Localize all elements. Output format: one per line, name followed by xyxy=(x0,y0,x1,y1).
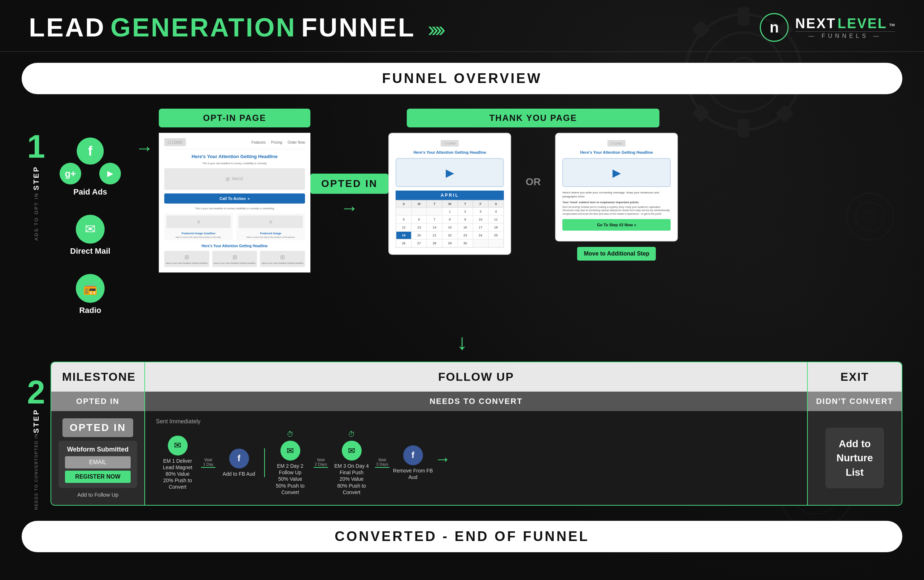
fb1-icon: f xyxy=(229,449,249,468)
cal-day-22: 22 xyxy=(442,231,458,239)
optin-image: ⊞ IMAGE xyxy=(164,168,305,190)
traffic-paid-ads: f g+ ▶ Paid Ads xyxy=(58,137,123,197)
seq-em2: ⏱ ✉ EM 2 Day 2Follow Up50% Value50% Push… xyxy=(268,430,312,496)
clock-icon-1: ⏱ xyxy=(287,430,294,438)
cta-button-mockup[interactable]: Call To Action » xyxy=(164,193,305,204)
brand-funnels: — FUNNELS — xyxy=(795,31,895,40)
cal-header-s1: S xyxy=(396,200,412,208)
em3-icon: ✉ xyxy=(342,441,362,461)
converted-bar: CONVERTED - END OF FUNNEL xyxy=(21,521,903,552)
cal-day-17: 17 xyxy=(473,223,488,231)
feature2-headline: Featured Image xyxy=(239,232,303,235)
step1-sub: ADS TO OPT IN xyxy=(34,192,39,241)
followup-sequence: ✉ EM 1 DeliverLead Magnet80% Value20% Pu… xyxy=(156,430,796,496)
image-row: ⊞ Here's your main headline Getting Head… xyxy=(164,251,305,267)
small-img-3-icon: ⊞ xyxy=(280,254,285,260)
cal-day-14: 14 xyxy=(427,223,442,231)
cal-day-19: 19 xyxy=(396,231,412,239)
fb1-label: Add to FB Aud xyxy=(223,471,255,477)
optin-page-mockup: ☐ LOGO Features Pricing Order Now Here's… xyxy=(159,133,310,272)
seq-line-3 xyxy=(375,467,389,468)
step2-container: 2 STEP OPTED IN NEEDS TO CONVERT MILESTO… xyxy=(21,362,903,510)
brand-level: LEVEL xyxy=(838,16,887,31)
cal-day-7: 7 xyxy=(427,216,442,223)
feature2: ⊞ Featured Image Here is some info about… xyxy=(236,213,305,241)
cal-day xyxy=(473,239,488,247)
small-img-2: ⊞ Here's your main headline Getting Head… xyxy=(212,251,257,267)
cal-day-9: 9 xyxy=(458,216,473,223)
calendar-header: S M T W T F S xyxy=(396,200,504,208)
table-body-row: OPTED IN Webform Submitted EMAIL REGISTE… xyxy=(51,411,902,505)
connector-2: Wait2 Days xyxy=(312,458,330,468)
alt-body-text2: Your 'hook' subtext here to emphasize im… xyxy=(562,201,670,204)
seq-fb2: f Remove From FBAud xyxy=(391,445,435,480)
webform-box: Webform Submitted EMAIL REGISTER NOW xyxy=(58,441,137,488)
tb-milestone-cell: OPTED IN Webform Submitted EMAIL REGISTE… xyxy=(51,411,145,505)
fb2-label: Remove From FBAud xyxy=(393,467,433,480)
logo-circle: n xyxy=(760,13,789,42)
feature2-image: ⊞ xyxy=(239,216,303,228)
tb-followup-cell: Sent Immediately ✉ EM 1 DeliverLead Magn… xyxy=(145,411,808,505)
small-img-3: ⊞ Here's your main headline Getting Head… xyxy=(260,251,305,267)
cal-day-15: 15 xyxy=(442,223,458,231)
direct-mail-label: Direct Mail xyxy=(70,247,110,256)
clock-icon-2: ⏱ xyxy=(348,430,355,438)
register-button-mockup: REGISTER NOW xyxy=(65,471,131,483)
feature1: ⊞ Featured Image headline Here is some i… xyxy=(164,213,233,241)
mockup-nav: ☐ LOGO Features Pricing Order Now xyxy=(164,138,305,150)
move-step-badge[interactable]: Move to Additional Step xyxy=(577,247,656,260)
seq-em1: ✉ EM 1 DeliverLead Magnet80% Value20% Pu… xyxy=(156,436,199,491)
step2-table: MILESTONE FOLLOW UP EXIT OPTED IN NEEDS … xyxy=(51,362,903,506)
cal-day xyxy=(396,208,412,216)
cal-day-21: 21 xyxy=(427,231,442,239)
mockup-logo: ☐ LOGO xyxy=(164,138,186,146)
cal-day-1: 1 xyxy=(442,208,458,216)
alt-body-text: Here's where you write your converting m… xyxy=(562,191,670,198)
main-content: FUNNEL OVERVIEW 1 STEP ADS TO OPT IN f g… xyxy=(0,52,924,563)
alt-ty-container: ☐ LOGO Here's Your Attention Getting Hea… xyxy=(555,133,678,260)
cal-day xyxy=(427,208,442,216)
cal-day-4: 4 xyxy=(488,208,504,216)
title-funnel: FUNNEL xyxy=(301,13,415,42)
radio-icon: 📻 xyxy=(76,274,105,303)
nurture-box: Add toNurtureList xyxy=(825,428,884,488)
cal-day-24: 24 xyxy=(473,231,488,239)
title-generation: GENERATION xyxy=(110,13,296,42)
mockup-nav-links: Features Pricing Order Now xyxy=(252,140,305,144)
alt-cta-button[interactable]: Go To Step #2 Now » xyxy=(562,219,670,231)
small-img-3-caption: Here's your main headline Getting Headli… xyxy=(262,262,303,264)
traffic-sources: f g+ ▶ Paid Ads ✉ Direct Mail 📻 Radio xyxy=(51,137,130,315)
cal-day-26: 26 xyxy=(396,239,412,247)
final-arrow: → xyxy=(435,450,451,468)
cta-small-text: This is your sub-headline to convey cred… xyxy=(164,207,305,210)
em2-label: EM 2 Day 2Follow Up50% Value50% Push toC… xyxy=(276,463,304,496)
nav-pricing: Pricing xyxy=(271,140,282,144)
cal-day-2: 2 xyxy=(458,208,473,216)
webform-label: Webform Submitted xyxy=(65,446,131,453)
sent-immediately: Sent Immediately xyxy=(156,418,796,425)
cal-header-s2: S xyxy=(488,200,504,208)
add-to-followup: Add to Follow Up xyxy=(77,491,119,498)
connector-3: Wait3 Days xyxy=(373,458,391,468)
feature2-text: Here is some info about this product or … xyxy=(239,236,303,238)
ty-headline-1: Here's Your Attention Getting Headline xyxy=(395,150,504,155)
cal-day-29: 29 xyxy=(442,239,458,247)
opted-in-badge: OPTED IN xyxy=(310,174,389,194)
cal-day xyxy=(488,239,504,247)
step1-number: 1 xyxy=(27,130,45,163)
seq-fb1: f Add to FB Aud xyxy=(217,449,260,477)
optin-subtext: This is your sub-headline to convey, cre… xyxy=(164,162,305,165)
paid-ads-label: Paid Ads xyxy=(73,187,107,197)
alt-ty-mockup: ☐ LOGO Here's Your Attention Getting Hea… xyxy=(555,133,678,241)
cal-header-t1: T xyxy=(427,200,442,208)
cal-header-f: F xyxy=(473,200,488,208)
th-milestone: MILESTONE xyxy=(51,362,145,392)
brand-text: NEXT LEVEL ™ — FUNNELS — xyxy=(795,16,895,40)
step2-sub2: NEEDS TO CONVERT xyxy=(34,458,38,510)
cal-header-m: M xyxy=(412,200,427,208)
header: LEAD GENERATION FUNNEL ›››› n NEXT LEVEL… xyxy=(0,0,924,52)
bottom-headline: Here's Your Attention Getting Headline xyxy=(164,244,305,248)
small-img-1-caption: Here's your main headline Getting Headli… xyxy=(166,262,208,264)
calendar-grid: S M T W T F S xyxy=(395,200,504,247)
step1-word: STEP xyxy=(32,166,40,190)
